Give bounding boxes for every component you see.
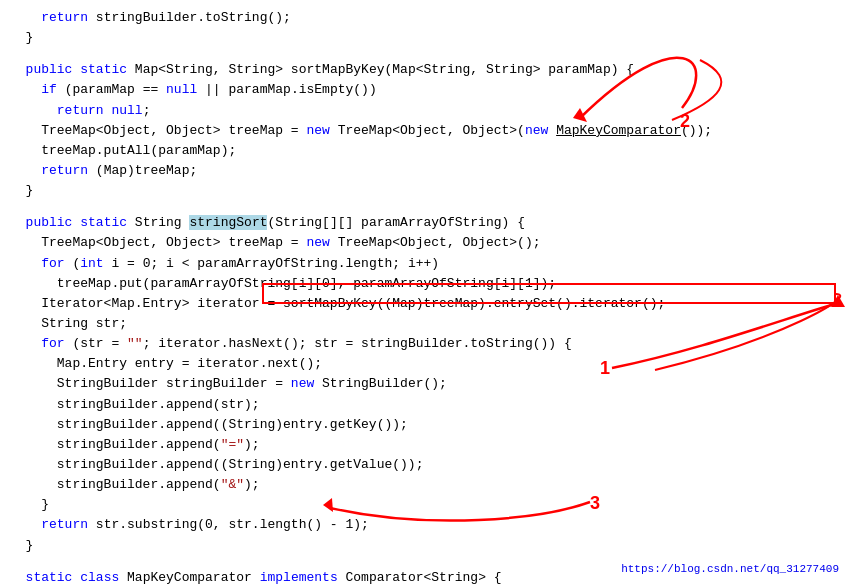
code-line-17: String str;: [10, 314, 839, 334]
code-line-8: treeMap.putAll(paramMap);: [10, 141, 839, 161]
code-line-6: return null;: [10, 101, 839, 121]
url-line: https://blog.csdn.net/qq_31277409: [621, 561, 839, 581]
annotation-3: 3: [590, 490, 600, 518]
code-line-2: }: [10, 28, 839, 48]
code-line-26: }: [10, 495, 839, 515]
code-line-12: public static String stringSort(String[]…: [10, 213, 839, 233]
code-line-28: }: [10, 536, 839, 556]
code-line-24: stringBuilder.append((String)entry.getVa…: [10, 455, 839, 475]
code-line-21: stringBuilder.append(str);: [10, 395, 839, 415]
code-line-19: Map.Entry entry = iterator.next();: [10, 354, 839, 374]
code-line-13: TreeMap<Object, Object> treeMap = new Tr…: [10, 233, 839, 253]
code-line-18: for (str = ""; iterator.hasNext(); str =…: [10, 334, 839, 354]
code-line-5: if (paramMap == null || paramMap.isEmpty…: [10, 80, 839, 100]
code-line-1: return stringBuilder.toString();: [10, 8, 839, 28]
code-line-22: stringBuilder.append((String)entry.getKe…: [10, 415, 839, 435]
annotation-2: 2: [680, 108, 690, 136]
code-line-15: treeMap.put(paramArrayOfString[i][0], pa…: [10, 274, 839, 294]
code-line-23: stringBuilder.append("=");: [10, 435, 839, 455]
code-line-14: for (int i = 0; i < paramArrayOfString.l…: [10, 254, 839, 274]
code-line-16: Iterator<Map.Entry> iterator = sortMapBy…: [10, 294, 839, 314]
code-line-25: stringBuilder.append("&");: [10, 475, 839, 495]
code-line-4: public static Map<String, String> sortMa…: [10, 60, 839, 80]
annotation-1: 1: [600, 355, 610, 383]
code-area: return stringBuilder.toString(); } publi…: [0, 0, 849, 587]
code-line-27: return str.substring(0, str.length() - 1…: [10, 515, 839, 535]
code-line-20: StringBuilder stringBuilder = new String…: [10, 374, 839, 394]
code-line-10: }: [10, 181, 839, 201]
code-line-7: TreeMap<Object, Object> treeMap = new Tr…: [10, 121, 839, 141]
code-line-9: return (Map)treeMap;: [10, 161, 839, 181]
